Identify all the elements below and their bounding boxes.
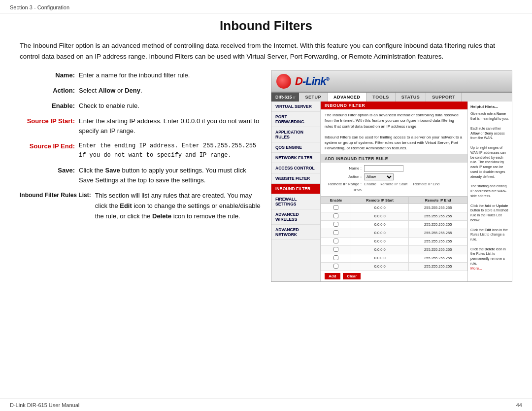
cell-ip-start: 0.0.0.0: [351, 204, 408, 212]
field-label-name: Name:: [20, 70, 79, 81]
field-save: Save: Click the Save button to apply you…: [20, 166, 261, 186]
intro-text: The Inbound Filter option is an advanced…: [20, 40, 512, 62]
table-row: 0.0.0.0 255.255.255.255: [321, 204, 467, 212]
filter-table: Enable Remote IP Start Remote IP End 0.0…: [321, 197, 467, 271]
router-description: The Inbound Filter option is an advanced…: [321, 109, 467, 154]
add-filter-title: ADD INBOUND FILTER RULE: [321, 155, 467, 163]
field-label-source-ip-start: Source IP Start:: [20, 116, 79, 127]
cell-ip-end: 255.255.255.255: [409, 254, 467, 262]
table-row: 0.0.0.0 255.255.255.255: [321, 220, 467, 229]
hints-content: Give each rule a Name that is meaningful…: [470, 111, 509, 266]
cell-ip-end: 255.255.255.255: [409, 212, 467, 220]
cell-enable[interactable]: [321, 220, 351, 229]
section-title: INBOUND FILTER: [321, 102, 467, 109]
form-row-name: Name :: [325, 165, 464, 172]
cell-ip-end: 255.255.255.255: [409, 229, 467, 237]
form-ipv6-label: Enable Remote IP Start Remote IP End: [364, 182, 440, 186]
form-row-action: Action : Allow Deny: [325, 173, 464, 180]
sidebar-virtual-server[interactable]: VIRTUAL SERVER: [271, 102, 320, 112]
cell-enable[interactable]: [321, 237, 351, 245]
sidebar-inbound-filter[interactable]: INBOUND FILTER: [271, 184, 320, 194]
sidebar-network-filter[interactable]: NETWORK FILTER: [271, 153, 320, 163]
more-link[interactable]: More...: [470, 266, 509, 272]
button-row: Add Clear: [321, 271, 467, 281]
field-content-rules-list: This section will list any rules that ar…: [95, 191, 261, 221]
cell-enable[interactable]: [321, 254, 351, 262]
field-label-source-ip-end: Source IP End:: [20, 141, 79, 152]
main-content: Inbound Filters The Inbound Filter optio…: [0, 13, 532, 287]
two-column-layout: Name: Enter a name for the inbound filte…: [20, 70, 512, 281]
field-name: Name: Enter a name for the inbound filte…: [20, 70, 261, 81]
nav-advanced[interactable]: ADVANCED: [328, 93, 366, 102]
dlink-logo: D-Link®: [295, 75, 329, 88]
field-enable: Enable: Check to enable rule.: [20, 101, 261, 111]
form-label-ipv6: IPv6: [325, 188, 364, 192]
cell-ip-start: 0.0.0.0: [351, 212, 408, 220]
table-row: 0.0.0.0 255.255.255.255: [321, 245, 467, 254]
nav-support[interactable]: SUPPORT: [426, 93, 462, 102]
sidebar-application-rules[interactable]: APPLICATION RULES: [271, 127, 320, 142]
router-main-panel: INBOUND FILTER The Inbound Filter option…: [321, 102, 467, 281]
field-content-name: Enter a name for the inbound filter rule…: [79, 70, 261, 81]
field-content-action: Select Allow or Deny.: [79, 86, 261, 96]
field-rules-list: Inbound Filter Rules List: This section …: [20, 191, 261, 221]
router-screenshot: D-Link® DIR-615 // SETUP ADVANCED TOOLS …: [271, 70, 512, 281]
nav-items: SETUP ADVANCED TOOLS STATUS SUPPORT: [299, 93, 512, 102]
cell-ip-end: 255.255.255.255: [409, 237, 467, 245]
field-source-ip-end: Source IP End: Enter the ending IP addre…: [20, 141, 261, 160]
field-label-rules-list: Inbound Filter Rules List:: [20, 191, 95, 200]
left-column: Name: Enter a name for the inbound filte…: [20, 70, 261, 226]
cell-ip-start: 0.0.0.0: [351, 245, 408, 254]
field-source-ip-start: Source IP Start: Enter the starting IP a…: [20, 116, 261, 137]
field-content-source-ip-end: Enter the ending IP address. Enter 255.2…: [79, 141, 261, 160]
sidebar-advanced-wireless[interactable]: ADVANCED WIRELESS: [271, 209, 320, 225]
th-remote-ip-end: Remote IP End: [409, 197, 467, 204]
name-input[interactable]: [364, 165, 403, 172]
th-remote-ip-start: Remote IP Start: [351, 197, 408, 204]
nav-setup[interactable]: SETUP: [299, 93, 328, 102]
sidebar-firewall-settings[interactable]: FIREWALL SETTINGS: [271, 194, 320, 209]
page-footer: D-Link DIR-615 User Manual 44: [0, 399, 532, 411]
cell-enable[interactable]: [321, 204, 351, 212]
action-select[interactable]: Allow Deny: [364, 173, 394, 180]
filter-form: Name : Action : Allow Deny: [321, 163, 467, 197]
page-header: Section 3 - Configuration: [0, 0, 532, 13]
router-sidebar: VIRTUAL SERVER PORT FORWARDING APPLICATI…: [271, 102, 321, 281]
field-label-save: Save:: [20, 166, 79, 176]
router-body: VIRTUAL SERVER PORT FORWARDING APPLICATI…: [271, 102, 512, 281]
nav-tools[interactable]: TOOLS: [366, 93, 395, 102]
router-model: DIR-615 //: [271, 93, 299, 102]
router-ui: D-Link® DIR-615 // SETUP ADVANCED TOOLS …: [271, 71, 512, 281]
sidebar-advanced-network[interactable]: ADVANCED NETWORK: [271, 225, 320, 240]
cell-enable[interactable]: [321, 212, 351, 220]
cell-enable[interactable]: [321, 262, 351, 271]
field-content-enable: Check to enable rule.: [79, 101, 261, 111]
router-nav: DIR-615 // SETUP ADVANCED TOOLS STATUS S…: [271, 93, 512, 102]
cell-enable[interactable]: [321, 245, 351, 254]
cell-ip-start: 0.0.0.0: [351, 229, 408, 237]
cell-ip-end: 255.255.255.255: [409, 204, 467, 212]
sidebar-access-control[interactable]: ACCESS CONTROL: [271, 163, 320, 173]
nav-status[interactable]: STATUS: [396, 93, 427, 102]
cell-enable[interactable]: [321, 229, 351, 237]
sidebar-website-filter[interactable]: WEBSITE FILTER: [271, 173, 320, 184]
cell-ip-start: 0.0.0.0: [351, 262, 408, 271]
cell-ip-start: 0.0.0.0: [351, 220, 408, 229]
field-label-action: Action:: [20, 86, 79, 96]
section-label: Section 3 - Configuration: [10, 4, 69, 10]
hints-title: Helpful Hints...: [470, 104, 509, 109]
footer-right: 44: [516, 402, 522, 408]
cell-ip-end: 255.255.255.255: [409, 262, 467, 271]
footer-left: D-Link DIR-615 User Manual: [10, 402, 79, 408]
table-row: 0.0.0.0 255.255.255.255: [321, 237, 467, 245]
form-row-remote-ip: Remote IP Range : Enable Remote IP Start…: [325, 182, 464, 186]
add-button[interactable]: Add: [325, 273, 340, 279]
sidebar-qos-engine[interactable]: QOS ENGINE: [271, 142, 320, 153]
cell-ip-end: 255.255.255.255: [409, 245, 467, 254]
table-row: 0.0.0.0 255.255.255.255: [321, 212, 467, 220]
router-header: D-Link®: [271, 71, 512, 93]
clear-button[interactable]: Clear: [343, 273, 361, 279]
sidebar-port-forwarding[interactable]: PORT FORWARDING: [271, 112, 320, 127]
cell-ip-end: 255.255.255.255: [409, 220, 467, 229]
th-enable: Enable: [321, 197, 351, 204]
